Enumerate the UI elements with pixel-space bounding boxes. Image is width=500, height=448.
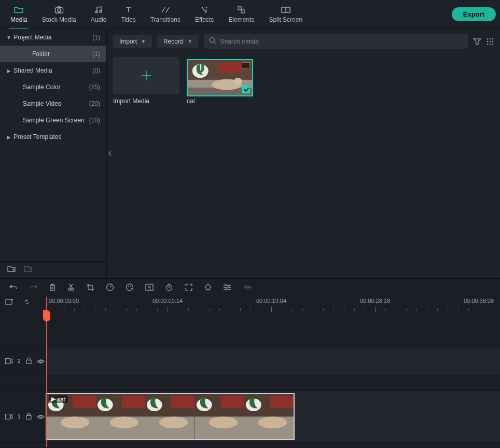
ruler-timestamp: 00:00:00:00 [49, 298, 79, 304]
record-dropdown[interactable]: Record ▼ [157, 35, 199, 48]
svg-point-12 [487, 41, 489, 43]
media-clip-tile[interactable]: cat [187, 57, 253, 105]
undo-icon[interactable] [9, 284, 18, 291]
sidebar-item-count: (25) [89, 83, 100, 91]
svg-point-9 [487, 38, 489, 40]
tab-label: Transitions [150, 16, 180, 23]
duration-icon[interactable] [165, 283, 173, 291]
sidebar-item-label: Sample Green Screen [13, 117, 89, 124]
delete-folder-icon[interactable] [24, 265, 32, 275]
add-track-icon[interactable] [5, 298, 13, 307]
svg-point-62 [209, 417, 238, 429]
ruler-timestamp: 00:00:28:18 [360, 298, 390, 304]
sidebar-item-label: Folder [13, 50, 92, 58]
search-input[interactable] [220, 38, 463, 45]
delete-icon[interactable] [49, 283, 56, 291]
svg-point-8 [210, 38, 214, 43]
tab-stock-media[interactable]: Stock Media [36, 3, 82, 26]
visibility-icon[interactable] [37, 412, 45, 422]
ruler-timestamp: 00:00:09:14 [152, 298, 183, 304]
crop-icon[interactable] [86, 283, 94, 291]
chevron-left-icon [108, 151, 112, 156]
sidebar-item[interactable]: Sample Green Screen(10) [0, 112, 106, 129]
transitions-icon [161, 6, 170, 14]
audio-waveform-icon[interactable] [243, 284, 252, 291]
split-screen-icon [281, 6, 290, 14]
svg-point-11 [492, 38, 494, 40]
ruler-timestamp: 00:00:19:04 [256, 298, 286, 304]
tab-label: Audio [91, 16, 107, 23]
svg-point-16 [490, 44, 491, 45]
svg-rect-59 [171, 396, 195, 408]
sidebar-item-count: (1) [92, 34, 100, 41]
import-media-tile[interactable]: Import Media [113, 57, 179, 105]
tab-label: Split Screen [269, 16, 302, 23]
lock-icon[interactable] [26, 357, 32, 366]
tab-split-screen[interactable]: Split Screen [262, 3, 309, 26]
visibility-icon[interactable] [37, 357, 45, 366]
marker-icon[interactable] [204, 284, 212, 291]
svg-point-31 [131, 288, 132, 289]
svg-point-41 [39, 360, 41, 362]
svg-rect-5 [238, 7, 241, 10]
export-button[interactable]: Export [452, 7, 496, 21]
svg-point-26 [72, 288, 74, 291]
tab-audio[interactable]: Audio [85, 3, 113, 26]
tab-elements[interactable]: Elements [222, 3, 260, 26]
lock-icon[interactable] [26, 412, 32, 422]
sidebar-item-count: (0) [92, 67, 100, 74]
import-dropdown[interactable]: Import ▼ [113, 35, 152, 48]
tile-caption: cat [187, 97, 253, 105]
sidebar-item[interactable]: Folder(1) [0, 46, 106, 62]
tab-effects[interactable]: Effects [189, 3, 220, 26]
timeline-clip[interactable]: ▶ cat [46, 393, 295, 440]
timeline-tracks: 2 1 ▶ [0, 316, 500, 443]
split-icon[interactable] [67, 283, 75, 291]
effects-icon [200, 6, 209, 14]
svg-rect-38 [6, 300, 12, 304]
spacer-track [0, 375, 500, 391]
svg-point-10 [490, 38, 491, 40]
elements-icon [237, 6, 245, 14]
top-toolbar: Media Stock Media Audio Titles Transitio… [0, 0, 500, 29]
svg-point-33 [148, 286, 150, 288]
filter-icon[interactable] [473, 38, 481, 45]
tab-transitions[interactable]: Transitions [144, 3, 187, 26]
search-media[interactable] [204, 34, 468, 49]
time-ruler[interactable]: 00:00:00:0000:00:09:1400:00:19:0400:00:2… [46, 298, 500, 316]
grid-view-icon[interactable] [487, 38, 494, 45]
tab-strip: Media Stock Media Audio Titles Transitio… [4, 3, 449, 26]
video-track-2[interactable]: 2 [0, 347, 500, 375]
camera-icon [54, 6, 64, 14]
green-screen-icon[interactable] [145, 284, 154, 291]
tab-titles[interactable]: Titles [115, 3, 142, 26]
color-icon[interactable] [126, 283, 134, 291]
speed-icon[interactable] [106, 283, 114, 291]
track-number: 2 [18, 358, 21, 364]
spacer-track [0, 316, 500, 347]
svg-rect-64 [220, 396, 244, 408]
sidebar-item[interactable]: ▼Project Media(1) [0, 29, 106, 46]
sidebar-item[interactable]: ▶Preset Templates [0, 129, 106, 145]
svg-point-3 [100, 10, 102, 12]
svg-rect-39 [6, 358, 10, 363]
sidebar-item[interactable]: Sample Video(20) [0, 95, 106, 112]
playhead-handle[interactable] [43, 310, 50, 321]
sidebar-collapse-handle[interactable] [107, 143, 113, 164]
tile-caption: Import Media [113, 97, 179, 105]
sidebar-item[interactable]: ▶Shared Media(0) [0, 62, 106, 79]
tab-media[interactable]: Media [4, 3, 34, 26]
sidebar-item-count: (20) [89, 100, 100, 107]
link-icon[interactable] [23, 298, 31, 307]
ruler-timestamp: 00:00:38:08 [464, 298, 494, 304]
new-folder-icon[interactable] [7, 265, 16, 275]
sidebar-item[interactable]: Sample Color(25) [0, 79, 106, 95]
video-track-1[interactable]: 1 ▶ cat [0, 391, 500, 443]
chevron-down-icon: ▼ [4, 35, 13, 40]
sidebar-item-label: Shared Media [13, 67, 92, 74]
render-icon[interactable] [185, 283, 193, 291]
svg-point-13 [490, 41, 491, 43]
redo-icon[interactable] [29, 284, 37, 291]
adjust-icon[interactable] [223, 284, 231, 291]
clip-name: cat [58, 396, 65, 402]
